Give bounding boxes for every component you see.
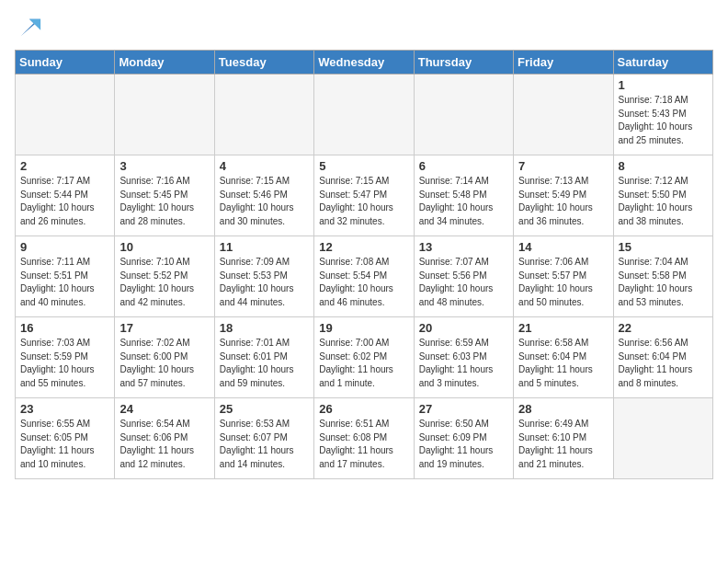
- day-number: 4: [220, 159, 309, 173]
- day-info: Sunrise: 7:07 AM Sunset: 5:56 PM Dayligh…: [419, 256, 508, 309]
- day-info: Sunrise: 7:01 AM Sunset: 6:01 PM Dayligh…: [220, 337, 309, 390]
- day-number: 9: [20, 240, 109, 254]
- day-number: 8: [619, 159, 708, 173]
- day-info: Sunrise: 6:50 AM Sunset: 6:09 PM Dayligh…: [419, 418, 508, 471]
- day-info: Sunrise: 6:54 AM Sunset: 6:06 PM Dayligh…: [119, 418, 209, 471]
- day-number: 13: [419, 240, 508, 254]
- calendar-cell: 11Sunrise: 7:09 AM Sunset: 5:53 PM Dayli…: [214, 236, 313, 317]
- day-info: Sunrise: 7:09 AM Sunset: 5:53 PM Dayligh…: [220, 256, 309, 309]
- day-number: 15: [619, 240, 708, 254]
- calendar-cell: 15Sunrise: 7:04 AM Sunset: 5:58 PM Dayli…: [613, 236, 712, 317]
- day-number: 27: [419, 402, 508, 416]
- calendar-cell: 6Sunrise: 7:14 AM Sunset: 5:48 PM Daylig…: [414, 155, 513, 236]
- day-number: 26: [319, 402, 408, 416]
- day-header-wednesday: Wednesday: [314, 51, 414, 75]
- day-info: Sunrise: 7:12 AM Sunset: 5:50 PM Dayligh…: [619, 175, 708, 228]
- day-info: Sunrise: 6:58 AM Sunset: 6:04 PM Dayligh…: [518, 337, 608, 390]
- day-number: 14: [518, 240, 608, 254]
- day-number: 21: [518, 321, 608, 335]
- day-info: Sunrise: 7:15 AM Sunset: 5:47 PM Dayligh…: [319, 175, 408, 228]
- day-info: Sunrise: 7:06 AM Sunset: 5:57 PM Dayligh…: [518, 256, 608, 309]
- calendar-cell: [314, 75, 414, 155]
- calendar-header-row: SundayMondayTuesdayWednesdayThursdayFrid…: [16, 51, 713, 75]
- day-number: 20: [419, 321, 508, 335]
- page-header: [15, 15, 713, 40]
- day-info: Sunrise: 7:16 AM Sunset: 5:45 PM Dayligh…: [119, 175, 209, 228]
- day-number: 6: [419, 159, 508, 173]
- week-row-1: 2Sunrise: 7:17 AM Sunset: 5:44 PM Daylig…: [16, 155, 713, 236]
- calendar-cell: 10Sunrise: 7:10 AM Sunset: 5:52 PM Dayli…: [115, 236, 214, 317]
- day-number: 23: [20, 402, 109, 416]
- calendar-cell: 16Sunrise: 7:03 AM Sunset: 5:59 PM Dayli…: [16, 317, 115, 398]
- calendar-cell: [115, 75, 214, 155]
- day-number: 11: [220, 240, 309, 254]
- day-info: Sunrise: 7:00 AM Sunset: 6:02 PM Dayligh…: [319, 337, 408, 390]
- day-header-saturday: Saturday: [613, 51, 712, 75]
- day-number: 5: [319, 159, 408, 173]
- svg-marker-1: [29, 19, 40, 30]
- calendar-cell: 20Sunrise: 6:59 AM Sunset: 6:03 PM Dayli…: [414, 317, 513, 398]
- calendar-cell: [16, 75, 115, 155]
- day-info: Sunrise: 7:15 AM Sunset: 5:46 PM Dayligh…: [220, 175, 309, 228]
- day-number: 25: [220, 402, 309, 416]
- logo: [15, 15, 42, 40]
- day-info: Sunrise: 7:03 AM Sunset: 5:59 PM Dayligh…: [20, 337, 109, 390]
- day-number: 22: [619, 321, 708, 335]
- day-info: Sunrise: 7:17 AM Sunset: 5:44 PM Dayligh…: [20, 175, 109, 228]
- calendar-cell: 12Sunrise: 7:08 AM Sunset: 5:54 PM Dayli…: [314, 236, 414, 317]
- calendar-cell: 2Sunrise: 7:17 AM Sunset: 5:44 PM Daylig…: [16, 155, 115, 236]
- day-number: 17: [119, 321, 209, 335]
- calendar-cell: 13Sunrise: 7:07 AM Sunset: 5:56 PM Dayli…: [414, 236, 513, 317]
- calendar-cell: [613, 398, 712, 479]
- day-number: 2: [20, 159, 109, 173]
- logo-icon: [17, 15, 42, 40]
- calendar-cell: 23Sunrise: 6:55 AM Sunset: 6:05 PM Dayli…: [16, 398, 115, 479]
- day-info: Sunrise: 6:55 AM Sunset: 6:05 PM Dayligh…: [20, 418, 109, 471]
- calendar-cell: 9Sunrise: 7:11 AM Sunset: 5:51 PM Daylig…: [16, 236, 115, 317]
- day-number: 18: [220, 321, 309, 335]
- day-info: Sunrise: 6:49 AM Sunset: 6:10 PM Dayligh…: [518, 418, 608, 471]
- day-number: 7: [518, 159, 608, 173]
- day-number: 10: [119, 240, 209, 254]
- calendar-cell: [214, 75, 313, 155]
- calendar-cell: 3Sunrise: 7:16 AM Sunset: 5:45 PM Daylig…: [115, 155, 214, 236]
- day-number: 28: [518, 402, 608, 416]
- day-info: Sunrise: 7:11 AM Sunset: 5:51 PM Dayligh…: [20, 256, 109, 309]
- day-info: Sunrise: 6:56 AM Sunset: 6:04 PM Dayligh…: [619, 337, 708, 390]
- day-info: Sunrise: 7:13 AM Sunset: 5:49 PM Dayligh…: [518, 175, 608, 228]
- calendar-cell: 22Sunrise: 6:56 AM Sunset: 6:04 PM Dayli…: [613, 317, 712, 398]
- calendar-cell: 26Sunrise: 6:51 AM Sunset: 6:08 PM Dayli…: [314, 398, 414, 479]
- calendar-cell: 1Sunrise: 7:18 AM Sunset: 5:43 PM Daylig…: [613, 75, 712, 155]
- calendar-table: SundayMondayTuesdayWednesdayThursdayFrid…: [15, 50, 713, 479]
- day-number: 19: [319, 321, 408, 335]
- day-number: 16: [20, 321, 109, 335]
- calendar-cell: 27Sunrise: 6:50 AM Sunset: 6:09 PM Dayli…: [414, 398, 513, 479]
- day-header-tuesday: Tuesday: [214, 51, 313, 75]
- day-number: 24: [119, 402, 209, 416]
- calendar-cell: 24Sunrise: 6:54 AM Sunset: 6:06 PM Dayli…: [115, 398, 214, 479]
- day-info: Sunrise: 7:02 AM Sunset: 6:00 PM Dayligh…: [119, 337, 209, 390]
- day-info: Sunrise: 6:53 AM Sunset: 6:07 PM Dayligh…: [220, 418, 309, 471]
- calendar-cell: 4Sunrise: 7:15 AM Sunset: 5:46 PM Daylig…: [214, 155, 313, 236]
- day-info: Sunrise: 7:18 AM Sunset: 5:43 PM Dayligh…: [619, 94, 708, 147]
- week-row-4: 23Sunrise: 6:55 AM Sunset: 6:05 PM Dayli…: [16, 398, 713, 479]
- calendar-cell: 19Sunrise: 7:00 AM Sunset: 6:02 PM Dayli…: [314, 317, 414, 398]
- calendar-cell: 7Sunrise: 7:13 AM Sunset: 5:49 PM Daylig…: [514, 155, 613, 236]
- day-info: Sunrise: 6:59 AM Sunset: 6:03 PM Dayligh…: [419, 337, 508, 390]
- calendar-cell: [514, 75, 613, 155]
- calendar-cell: 21Sunrise: 6:58 AM Sunset: 6:04 PM Dayli…: [514, 317, 613, 398]
- day-info: Sunrise: 6:51 AM Sunset: 6:08 PM Dayligh…: [319, 418, 408, 471]
- week-row-0: 1Sunrise: 7:18 AM Sunset: 5:43 PM Daylig…: [16, 75, 713, 155]
- calendar-cell: 14Sunrise: 7:06 AM Sunset: 5:57 PM Dayli…: [514, 236, 613, 317]
- day-number: 3: [119, 159, 209, 173]
- calendar-cell: 28Sunrise: 6:49 AM Sunset: 6:10 PM Dayli…: [514, 398, 613, 479]
- day-info: Sunrise: 7:08 AM Sunset: 5:54 PM Dayligh…: [319, 256, 408, 309]
- calendar-cell: 17Sunrise: 7:02 AM Sunset: 6:00 PM Dayli…: [115, 317, 214, 398]
- day-info: Sunrise: 7:04 AM Sunset: 5:58 PM Dayligh…: [619, 256, 708, 309]
- calendar-cell: 5Sunrise: 7:15 AM Sunset: 5:47 PM Daylig…: [314, 155, 414, 236]
- calendar-cell: 18Sunrise: 7:01 AM Sunset: 6:01 PM Dayli…: [214, 317, 313, 398]
- week-row-3: 16Sunrise: 7:03 AM Sunset: 5:59 PM Dayli…: [16, 317, 713, 398]
- day-header-thursday: Thursday: [414, 51, 513, 75]
- day-header-sunday: Sunday: [16, 51, 115, 75]
- day-header-monday: Monday: [115, 51, 214, 75]
